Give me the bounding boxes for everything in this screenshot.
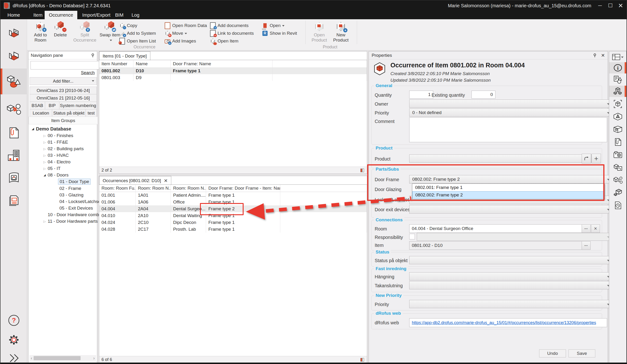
comment-textarea[interactable] [409, 117, 607, 142]
view-item-data-button[interactable] [609, 74, 626, 85]
tab-import-export[interactable]: Import/Export [78, 11, 115, 19]
swap-item-button[interactable]: ⇄ Swap item [99, 21, 121, 43]
item-browse-button[interactable]: ••• [582, 241, 591, 250]
minimize-button[interactable]: ─ [596, 2, 604, 9]
scroll-left-icon[interactable]: ‹ [29, 356, 34, 361]
filter-bip-button[interactable]: BIP [45, 102, 59, 109]
new-product-button[interactable]: + New Product [330, 21, 351, 43]
door-exit-devices-dropdown[interactable] [409, 205, 613, 214]
col-room-function[interactable]: Room: Room Fu... [99, 185, 136, 192]
filter-status-pa-objekt-button[interactable]: Status på objekt [52, 109, 86, 117]
field-chooser-icon[interactable] [360, 168, 365, 173]
filter-location-button[interactable]: Location [30, 109, 52, 117]
sidebar-expand-button[interactable] [0, 347, 27, 364]
sidebar-item-reports[interactable] [0, 189, 27, 212]
tab-bim[interactable]: BIM [111, 11, 128, 19]
existing-quantity-field[interactable]: 0 [471, 91, 495, 98]
delete-button[interactable]: − Delete [52, 21, 69, 38]
sidebar-item-systems[interactable] [0, 98, 27, 121]
view-documents-button[interactable] [609, 136, 626, 148]
move-dropdown-caret[interactable] [185, 33, 187, 36]
tab-log[interactable]: Log [127, 11, 144, 19]
takanslutning-dropdown[interactable] [409, 281, 613, 289]
sidebar-item-help[interactable]: ? [0, 309, 27, 332]
navigation-horizontal-scrollbar[interactable]: ‹ › [29, 355, 96, 361]
tab-occurrence[interactable]: Occurrence [45, 11, 77, 19]
filter-test-button[interactable]: test [86, 109, 97, 117]
col-name[interactable]: Name [133, 60, 170, 67]
occ-row-01-006[interactable]: 01.0061A06OfficeFrame type 1 [99, 199, 367, 205]
occ-row-04-028[interactable]: 04.0282C17Prosth. LabFrame type 1 [99, 226, 367, 232]
col-door-frame-item-name[interactable]: Door Frame: Door Frame - Item: Name [206, 185, 280, 192]
tree-root[interactable]: ◢Demo Database [28, 126, 100, 132]
room-browse-button[interactable]: ••• [582, 224, 591, 233]
status-pa-objekt-dropdown[interactable] [409, 256, 613, 264]
occ-row-04-024[interactable]: 04.0242C10Dipc DeconFrame type 1 [99, 219, 367, 226]
scrollbar-thumb[interactable] [34, 356, 81, 360]
occurrences-tab[interactable]: Occurrences [0801.002: D10] ✕ [99, 176, 171, 185]
tree-expanded-icon[interactable]: ◢ [31, 127, 35, 131]
save-button[interactable]: Save [569, 349, 595, 358]
occ-row-04-004[interactable]: 04.0042A04Dental Surgeo...Frame type 2 [99, 205, 367, 212]
close-button[interactable]: ✕ [617, 2, 625, 9]
col-item-number[interactable]: Item Number [99, 60, 133, 67]
show-in-revit-button[interactable]: R Show in Revit [262, 30, 297, 36]
view-systems-button[interactable] [609, 174, 626, 186]
tree-collapsed-icon[interactable]: ▷ [43, 220, 46, 223]
product-add-button[interactable]: + [591, 154, 601, 163]
filter-system-numbering-button[interactable]: System numbering [59, 102, 97, 109]
link-to-documents-button[interactable]: ∞ Link to documents [210, 30, 254, 36]
product-dropdown[interactable] [409, 154, 591, 163]
col-door-frame-name[interactable]: Door Frame: Name [170, 60, 272, 67]
maximize-button[interactable]: ☐ [606, 2, 614, 9]
occ-row-01-001[interactable]: 01.0011A01Patient Admin....Frame type 1 [99, 192, 367, 199]
col-room-number[interactable]: Room: Room N... [136, 185, 171, 192]
undo-button[interactable]: Undo [539, 349, 566, 358]
view-model-button[interactable] [609, 111, 626, 122]
occ-row-04-010[interactable]: 04.0102A10Dental WaitingFrame type 1 [99, 212, 367, 219]
sidebar-item-buildings[interactable] [0, 144, 27, 167]
view-images-button[interactable] [609, 149, 626, 160]
items-row-0801-002[interactable]: 0801.002 D10 Frame type 1 [99, 67, 367, 74]
open-item-button[interactable]: Open Item [210, 38, 238, 44]
room-field[interactable]: 04.004 - Dental Surgeon Office [409, 224, 586, 233]
tree-collapsed-icon[interactable]: ▷ [43, 140, 46, 144]
quantity-field[interactable]: 1 [409, 91, 433, 98]
owner-dropdown[interactable] [409, 99, 613, 108]
view-classification-button[interactable] [609, 162, 626, 173]
occurrences-table-header[interactable]: Room: Room Fu... Room: Room N... Room: R… [99, 185, 367, 192]
add-to-system-button[interactable]: + Add to System [119, 30, 156, 36]
view-3d-button[interactable] [609, 98, 626, 110]
sidebar-item-room-list[interactable] [0, 46, 27, 68]
tree-collapsed-icon[interactable]: ▷ [43, 160, 46, 164]
open-item-list-button[interactable]: Open Item List [119, 38, 156, 44]
field-chooser-icon[interactable] [360, 358, 365, 362]
search-link[interactable]: Search [81, 70, 95, 75]
hangning-dropdown[interactable] [409, 272, 613, 280]
filter-bsab-button[interactable]: BSAB [30, 102, 45, 109]
filter-omniclass23-button[interactable]: OmniClass 23 [2010-06-24] [30, 87, 97, 94]
view-parts-button[interactable] [609, 86, 626, 97]
sidebar-item-items[interactable] [0, 69, 27, 94]
properties-close-icon[interactable]: ✕ [601, 52, 605, 58]
responsibility-checkbox[interactable] [409, 234, 415, 239]
filter-item-groups-button[interactable]: Item Groups [29, 117, 98, 124]
sidebar-item-catalog[interactable] [0, 167, 27, 189]
filter-omniclass21-button[interactable]: OmniClass 21 [2012-05-16] [30, 94, 97, 102]
add-documents-button[interactable]: + Add documents [210, 23, 249, 29]
view-product-button[interactable] [609, 124, 626, 135]
layout-chooser-button[interactable] [609, 52, 626, 62]
scroll-right-icon[interactable]: › [92, 356, 96, 361]
copy-button[interactable]: − Copy [119, 23, 137, 29]
pin-icon[interactable] [593, 53, 597, 57]
move-button[interactable]: ↻ Move [164, 30, 187, 36]
priority-dropdown[interactable]: 0 - Not defined [409, 108, 613, 117]
room-clear-button[interactable]: × [591, 224, 600, 233]
pin-icon[interactable] [91, 53, 95, 57]
view-history-button[interactable] [609, 200, 626, 211]
new-priority-dropdown[interactable] [409, 300, 613, 308]
add-images-button[interactable]: + Add Images [164, 38, 196, 44]
col-room-name[interactable]: Room: Room N... [171, 185, 206, 192]
tree-collapsed-icon[interactable]: ▷ [43, 154, 46, 157]
swap-item-dropdown-caret[interactable] [110, 40, 112, 42]
